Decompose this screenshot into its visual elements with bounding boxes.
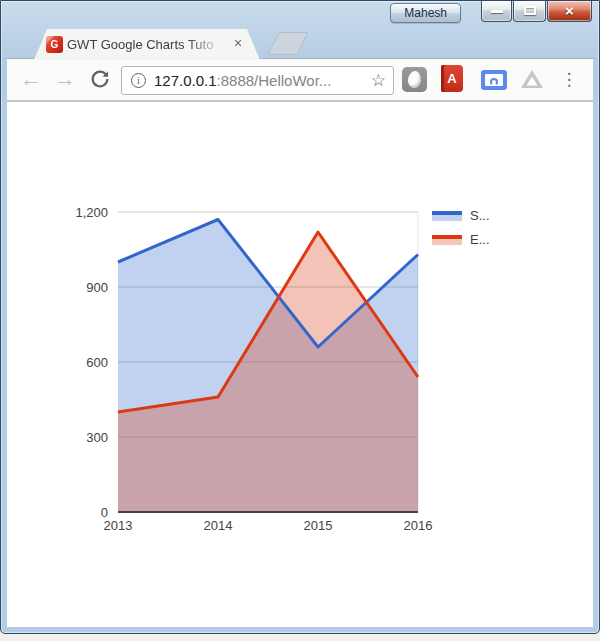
- extension-rest-client-icon[interactable]: [481, 70, 507, 90]
- y-tick-label: 900: [86, 280, 108, 295]
- x-tick-label: 2016: [404, 518, 433, 533]
- y-tick-label: 300: [86, 430, 108, 445]
- url-path: :8888/HelloWor...: [217, 72, 332, 89]
- reload-icon: [89, 68, 111, 90]
- forward-button[interactable]: →: [51, 65, 79, 93]
- maximize-button[interactable]: [513, 1, 546, 22]
- browser-window: Mahesh × G GWT Google Charts Tuto × ← →: [0, 0, 600, 634]
- page-content: 1,20090060030002013201420152016 S... E..…: [7, 102, 593, 627]
- tab-bar: G GWT Google Charts Tuto ×: [1, 27, 599, 59]
- legend-swatch-sales: [432, 211, 462, 221]
- back-button[interactable]: ←: [17, 65, 45, 93]
- close-button[interactable]: ×: [547, 1, 592, 22]
- legend-swatch-expenses: [432, 235, 462, 245]
- url-text[interactable]: 127.0.0.1:8888/HelloWor...: [154, 72, 331, 89]
- x-tick-label: 2014: [204, 518, 233, 533]
- y-tick-label: 600: [86, 355, 108, 370]
- url-host: 127.0.0.1: [154, 72, 217, 89]
- new-tab-button[interactable]: [267, 32, 308, 55]
- maximize-icon: [524, 6, 536, 15]
- shield-blob-icon: [407, 70, 422, 89]
- tab-close-button[interactable]: ×: [230, 36, 246, 52]
- legend-row-sales[interactable]: S...: [432, 208, 490, 223]
- extension-red-book-icon[interactable]: A: [441, 65, 463, 92]
- legend-label-sales: S...: [470, 208, 490, 223]
- window-caption-buttons: ×: [481, 1, 592, 22]
- browser-tab[interactable]: G GWT Google Charts Tuto ×: [34, 29, 260, 60]
- user-profile-button[interactable]: Mahesh: [390, 3, 461, 23]
- chart-legend: S... E...: [432, 208, 490, 256]
- extension-shield-icon[interactable]: [402, 67, 427, 92]
- rest-client-dial-icon: [490, 78, 498, 86]
- gwt-favicon-icon: G: [46, 36, 63, 53]
- reload-button[interactable]: [89, 68, 111, 90]
- x-tick-label: 2013: [104, 518, 133, 533]
- minimize-button[interactable]: [481, 1, 512, 22]
- extension-drive-icon[interactable]: [519, 67, 545, 91]
- x-tick-label: 2015: [304, 518, 333, 533]
- tab-title-fade: [187, 37, 229, 53]
- info-icon[interactable]: i: [131, 73, 146, 88]
- address-bar[interactable]: i 127.0.0.1:8888/HelloWor... ☆: [121, 66, 394, 95]
- legend-label-expenses: E...: [470, 232, 490, 247]
- minimize-icon: [491, 10, 503, 13]
- browser-toolbar: ← → i 127.0.0.1:8888/HelloWor... ☆ A ⋮: [7, 58, 593, 101]
- drive-triangle-icon: [519, 67, 545, 91]
- window-titlebar[interactable]: Mahesh ×: [1, 1, 599, 27]
- y-tick-label: 1,200: [75, 205, 108, 220]
- menu-button[interactable]: ⋮: [559, 66, 579, 94]
- bookmark-star-icon[interactable]: ☆: [371, 70, 386, 91]
- legend-row-expenses[interactable]: E...: [432, 232, 490, 247]
